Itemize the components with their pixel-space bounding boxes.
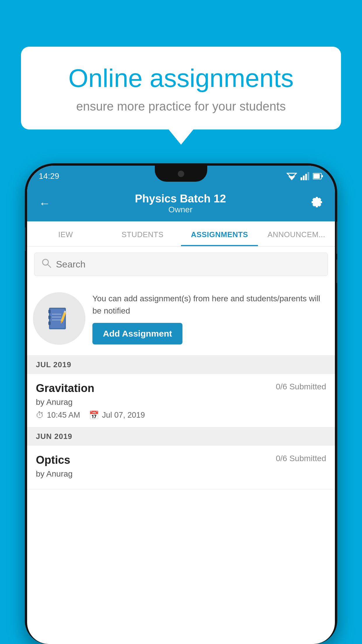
speech-bubble-title: Online assignments [41, 64, 321, 92]
assignment-author-optics: by Anurag [36, 469, 326, 479]
calendar-icon: 📅 [89, 410, 99, 420]
tab-assignments[interactable]: ASSIGNMENTS [181, 221, 258, 246]
battery-icon [313, 173, 323, 180]
assignment-item-optics[interactable]: Optics 0/6 Submitted by Anurag [27, 446, 335, 489]
status-time: 14:29 [39, 172, 59, 181]
svg-rect-8 [322, 175, 323, 177]
phone-frame: 14:29 [25, 163, 337, 644]
svg-rect-7 [313, 174, 320, 178]
promo-description: You can add assignment(s) from here and … [92, 293, 326, 317]
signal-icon [301, 172, 309, 180]
camera [178, 171, 184, 177]
speech-bubble-subtitle: ensure more practice for your students [41, 99, 321, 113]
add-assignment-button[interactable]: Add Assignment [92, 323, 182, 344]
wifi-icon [287, 172, 297, 180]
assignment-time: 10:45 AM [47, 411, 80, 420]
header-subtitle: Owner [50, 205, 310, 214]
clock-icon: ⏱ [36, 410, 44, 420]
promo-text-area: You can add assignment(s) from here and … [92, 293, 326, 344]
search-icon [41, 258, 51, 270]
phone-screen: 14:29 [27, 166, 335, 644]
status-bar: 14:29 [27, 166, 335, 187]
assignment-header-row-optics: Optics 0/6 Submitted [36, 454, 326, 466]
tab-overview[interactable]: IEW [27, 221, 104, 246]
svg-rect-4 [305, 174, 307, 180]
speech-bubble-container: Online assignments ensure more practice … [21, 47, 341, 130]
speech-bubble: Online assignments ensure more practice … [21, 47, 341, 130]
search-bar [34, 253, 328, 276]
svg-rect-15 [48, 321, 51, 325]
assignment-name: Gravitation [36, 382, 94, 395]
status-icons [287, 172, 323, 180]
svg-rect-13 [48, 310, 51, 313]
assignment-date: Jul 07, 2019 [102, 411, 145, 420]
assignment-name-optics: Optics [36, 454, 70, 466]
promo-area: You can add assignment(s) from here and … [27, 282, 335, 356]
svg-line-10 [48, 264, 51, 267]
time-meta: ⏱ 10:45 AM [36, 410, 80, 420]
search-input[interactable] [56, 259, 321, 270]
section-header-jun: JUN 2019 [27, 427, 335, 446]
svg-rect-5 [307, 172, 309, 180]
svg-rect-2 [301, 177, 302, 180]
tabs-bar: IEW STUDENTS ASSIGNMENTS ANNOUNCEM... [27, 221, 335, 247]
notebook-icon [46, 305, 72, 332]
settings-button[interactable] [310, 196, 323, 211]
assignment-submitted-optics: 0/6 Submitted [276, 454, 326, 463]
gear-icon [310, 196, 323, 209]
tab-students[interactable]: STUDENTS [104, 221, 181, 246]
assignment-header-row: Gravitation 0/6 Submitted [36, 382, 326, 395]
back-button[interactable]: ← [39, 197, 50, 210]
tab-announcements[interactable]: ANNOUNCEM... [258, 221, 335, 246]
app-header: ← Physics Batch 12 Owner [27, 187, 335, 221]
power-button [336, 222, 337, 254]
date-meta: 📅 Jul 07, 2019 [89, 410, 145, 420]
search-container [27, 247, 335, 282]
assignment-meta: ⏱ 10:45 AM 📅 Jul 07, 2019 [36, 410, 326, 420]
header-center: Physics Batch 12 Owner [50, 192, 310, 214]
assignment-submitted: 0/6 Submitted [276, 382, 326, 391]
svg-rect-3 [303, 176, 305, 180]
header-title: Physics Batch 12 [50, 192, 310, 205]
volume-button [25, 228, 26, 251]
svg-rect-14 [48, 316, 51, 319]
volume-down-button [336, 260, 337, 283]
promo-icon-circle [33, 292, 85, 345]
assignment-author: by Anurag [36, 398, 326, 407]
assignment-item-gravitation[interactable]: Gravitation 0/6 Submitted by Anurag ⏱ 10… [27, 374, 335, 427]
notch [155, 166, 207, 182]
section-header-jul: JUL 2019 [27, 356, 335, 374]
